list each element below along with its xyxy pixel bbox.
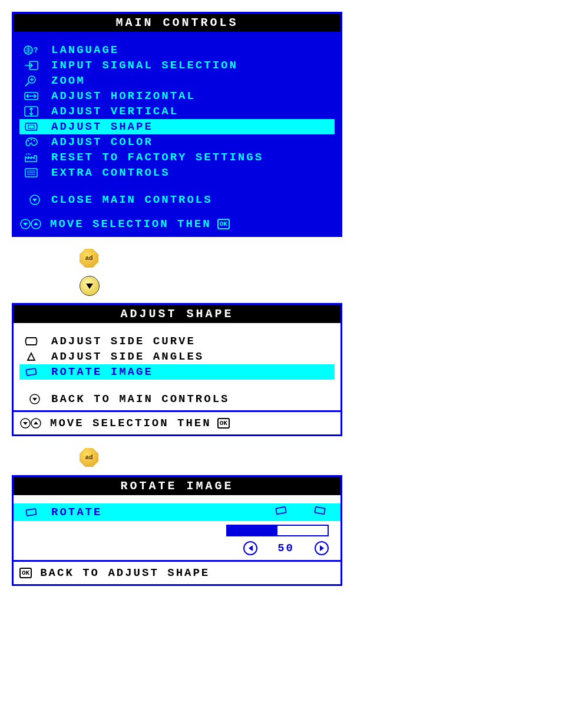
menu-item-side-angles[interactable]: ADJUST SIDE ANGLES <box>19 349 335 364</box>
ok-button-label: ad <box>85 454 92 461</box>
svg-point-12 <box>34 140 35 141</box>
ok-hardware-button[interactable]: ad <box>80 249 98 268</box>
list-icon <box>22 167 41 179</box>
horiz-arrows-icon <box>22 90 41 102</box>
rotate-value-row: 50 <box>14 540 340 560</box>
up-down-circles-icon <box>19 417 43 429</box>
ok-icon: OK <box>217 418 230 429</box>
down-circle-icon <box>22 194 41 206</box>
menu-label: ADJUST SIDE ANGLES <box>51 350 204 363</box>
footer-text: MOVE SELECTION THEN <box>50 417 211 430</box>
menu-label: ADJUST SHAPE <box>51 120 153 133</box>
rotate-slider[interactable] <box>226 525 329 536</box>
globe-question-icon: ? <box>22 44 41 56</box>
menu-item-zoom[interactable]: ZOOM <box>19 73 335 88</box>
main-controls-panel: MAIN CONTROLS ? LANGUAGE INPUT SIGNAL SE… <box>12 12 342 237</box>
menu-label: ADJUST VERTICAL <box>51 105 178 118</box>
adjust-shape-body: ADJUST SIDE CURVE ADJUST SIDE ANGLES ROT… <box>14 323 340 410</box>
rotate-slider-fill <box>227 526 277 535</box>
menu-item-language[interactable]: ? LANGUAGE <box>19 42 335 58</box>
down-circle-icon <box>22 393 41 405</box>
rotate-label: ROTATE <box>51 506 102 519</box>
shape-footer: MOVE SELECTION THEN OK <box>14 410 340 434</box>
vert-arrows-icon <box>22 106 41 117</box>
rotate-ccw-icon <box>273 505 289 520</box>
menu-label: BACK TO MAIN CONTROLS <box>51 393 229 406</box>
svg-rect-26 <box>315 507 325 515</box>
menu-label: LANGUAGE <box>51 44 119 57</box>
ok-hardware-button-2[interactable]: ad <box>80 448 98 467</box>
ok-icon: OK <box>19 568 32 578</box>
rotate-icon <box>22 366 41 378</box>
side-angles-icon <box>22 351 41 363</box>
factory-icon <box>22 151 41 163</box>
rotate-slider-row <box>14 521 340 540</box>
input-arrow-icon <box>22 60 41 71</box>
rotate-cw-icon <box>312 505 328 520</box>
rotate-value: 50 <box>277 542 295 555</box>
svg-rect-20 <box>26 368 36 375</box>
menu-label: CLOSE MAIN CONTROLS <box>51 193 213 206</box>
adjust-shape-title: ADJUST SHAPE <box>14 305 340 323</box>
rotate-image-panel: ROTATE IMAGE ROTATE 50 <box>12 475 342 586</box>
menu-label: ADJUST SIDE CURVE <box>51 335 196 348</box>
svg-rect-9 <box>28 125 34 129</box>
magnify-plus-icon <box>22 75 41 87</box>
menu-label: RESET TO FACTORY SETTINGS <box>51 151 263 164</box>
palette-icon <box>22 136 41 148</box>
menu-item-close[interactable]: CLOSE MAIN CONTROLS <box>19 192 335 207</box>
left-arrow-button[interactable] <box>243 541 257 555</box>
menu-item-adjust-shape[interactable]: ADJUST SHAPE <box>19 119 335 134</box>
menu-label: ADJUST COLOR <box>51 136 153 149</box>
right-arrow-button[interactable] <box>315 541 329 555</box>
svg-rect-24 <box>26 509 36 516</box>
main-footer: MOVE SELECTION THEN OK <box>14 211 340 235</box>
footer-text: MOVE SELECTION THEN <box>50 218 211 230</box>
menu-item-adjust-color[interactable]: ADJUST COLOR <box>19 134 335 150</box>
menu-item-factory-reset[interactable]: RESET TO FACTORY SETTINGS <box>19 150 335 165</box>
adjust-shape-panel: ADJUST SHAPE ADJUST SIDE CURVE ADJUST SI… <box>12 303 342 436</box>
svg-point-10 <box>28 140 29 141</box>
ok-button-label: ad <box>85 255 92 262</box>
ok-icon: OK <box>217 219 230 229</box>
menu-label: ZOOM <box>51 74 85 87</box>
menu-item-input-signal[interactable]: INPUT SIGNAL SELECTION <box>19 58 335 73</box>
main-controls-title: MAIN CONTROLS <box>14 14 340 32</box>
svg-rect-25 <box>276 507 286 515</box>
menu-item-back-main[interactable]: BACK TO MAIN CONTROLS <box>19 391 335 407</box>
side-curve-icon <box>22 335 41 347</box>
menu-item-rotate-image[interactable]: ROTATE IMAGE <box>19 364 335 380</box>
main-controls-body: ? LANGUAGE INPUT SIGNAL SELECTION ZOOM A… <box>14 32 340 211</box>
shape-icon <box>22 121 41 133</box>
down-triangle-icon <box>86 284 93 289</box>
svg-point-11 <box>31 139 32 140</box>
menu-item-adjust-vertical[interactable]: ADJUST VERTICAL <box>19 104 335 119</box>
menu-label: ADJUST HORIZONTAL <box>51 90 196 103</box>
menu-item-extra-controls[interactable]: EXTRA CONTROLS <box>19 165 335 180</box>
menu-item-side-curve[interactable]: ADJUST SIDE CURVE <box>19 334 335 349</box>
down-hardware-button[interactable] <box>80 276 98 295</box>
up-down-circles-icon <box>19 218 43 230</box>
footer-text: BACK TO ADJUST SHAPE <box>40 566 210 579</box>
rotate-image-title: ROTATE IMAGE <box>14 477 340 495</box>
menu-item-adjust-horizontal[interactable]: ADJUST HORIZONTAL <box>19 88 335 104</box>
svg-text:?: ? <box>34 47 39 55</box>
rotate-image-body: ROTATE 50 <box>14 495 340 560</box>
menu-label: INPUT SIGNAL SELECTION <box>51 59 238 72</box>
rotate-footer: OK BACK TO ADJUST SHAPE <box>14 560 340 584</box>
svg-line-4 <box>25 83 29 86</box>
menu-label: EXTRA CONTROLS <box>51 166 170 179</box>
rotate-control-row[interactable]: ROTATE <box>14 503 340 521</box>
menu-label: ROTATE IMAGE <box>51 365 153 378</box>
rotate-icon <box>22 506 41 518</box>
